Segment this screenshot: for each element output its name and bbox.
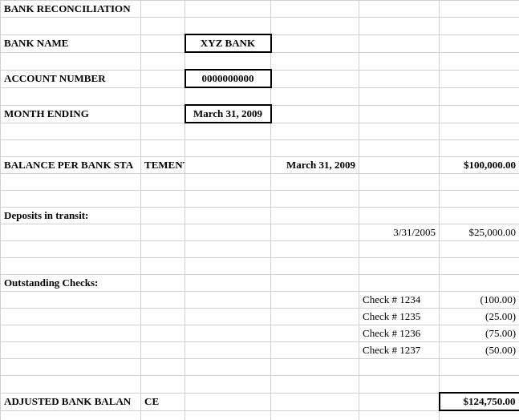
title-row: BANK RECONCILIATION	[1, 1, 520, 18]
check-desc: Check # 1235	[359, 309, 440, 325]
page-title: BANK RECONCILIATION	[1, 1, 141, 18]
deposit-item-amount: $25,000.00	[440, 224, 520, 241]
account-number-value: 0000000000	[185, 70, 271, 87]
check-amount: (25.00)	[440, 309, 520, 325]
deposit-item-row: 3/31/2005 $25,000.00	[1, 224, 520, 241]
check-amount: (75.00)	[440, 325, 520, 342]
check-amount: (100.00)	[440, 292, 520, 309]
balance-per-bank-label-a: BALANCE PER BANK STA	[1, 157, 141, 174]
month-ending-value: March 31, 2009	[185, 105, 271, 123]
outstanding-checks-header: Outstanding Checks:	[1, 275, 520, 292]
outstanding-checks-label: Outstanding Checks:	[1, 275, 141, 292]
deposits-in-transit-header: Deposits in transit:	[1, 208, 520, 224]
bank-name-value: XYZ BANK	[185, 34, 271, 52]
adjusted-bank-balance-label-b: CE	[141, 393, 185, 410]
balance-per-bank-date: March 31, 2009	[271, 157, 359, 174]
adjusted-bank-balance-amount: $124,750.00	[440, 393, 520, 410]
bank-reconciliation-sheet: BANK RECONCILIATION BANK NAME XYZ BANK A…	[0, 0, 519, 420]
check-row: Check # 1234 (100.00)	[1, 292, 520, 309]
account-number-label: ACCOUNT NUMBER	[1, 70, 141, 87]
balance-per-bank-label-b: TEMENT	[141, 157, 185, 174]
check-row: Check # 1237 (50.00)	[1, 342, 520, 359]
bank-name-row: BANK NAME XYZ BANK	[1, 34, 520, 52]
bank-name-label: BANK NAME	[1, 34, 141, 52]
check-desc: Check # 1237	[359, 342, 440, 359]
check-row: Check # 1235 (25.00)	[1, 309, 520, 325]
adjusted-bank-balance-row: ADJUSTED BANK BALAN CE $124,750.00	[1, 393, 520, 410]
account-number-row: ACCOUNT NUMBER 0000000000	[1, 70, 520, 87]
check-row: Check # 1236 (75.00)	[1, 325, 520, 342]
balance-per-bank-amount: $100,000.00	[440, 157, 520, 174]
month-ending-label: MONTH ENDING	[1, 105, 141, 123]
adjusted-bank-balance-label-a: ADJUSTED BANK BALAN	[1, 393, 141, 410]
check-amount: (50.00)	[440, 342, 520, 359]
balance-per-bank-row: BALANCE PER BANK STA TEMENT March 31, 20…	[1, 157, 520, 174]
check-desc: Check # 1236	[359, 325, 440, 342]
deposit-item-date: 3/31/2005	[359, 224, 440, 241]
check-desc: Check # 1234	[359, 292, 440, 309]
month-ending-row: MONTH ENDING March 31, 2009	[1, 105, 520, 123]
deposits-in-transit-label: Deposits in transit:	[1, 208, 141, 224]
